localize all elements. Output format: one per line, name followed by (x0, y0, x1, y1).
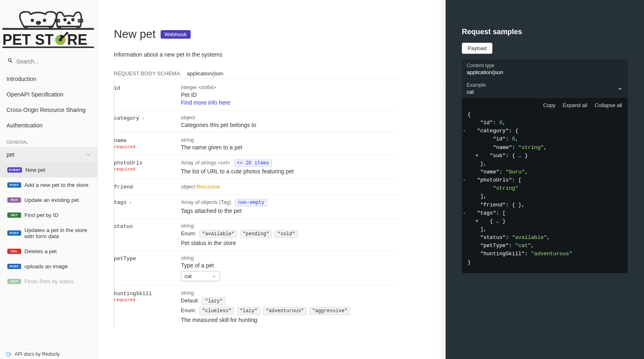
prop-row-category[interactable]: category › object Categories this pet be… (114, 110, 398, 133)
content-type-label: Content type (467, 63, 503, 68)
badge-post: POST (7, 182, 21, 188)
prop-desc: Pet ID (181, 92, 398, 98)
prop-row-status: status string Enum: "available" "pending… (114, 219, 398, 251)
prop-name: huntingSkill (114, 291, 152, 297)
collapse-toggle[interactable]: + (475, 217, 480, 225)
prop-desc: Type of a pet (181, 262, 398, 269)
nav-section-general: GENERAL (0, 133, 97, 147)
prop-type: object Recursive (181, 184, 220, 190)
nav-group-label: pet (7, 151, 14, 158)
nav-sub-find-pet[interactable]: GET Find pet by ID (0, 208, 97, 223)
nav-introduction[interactable]: Introduction (0, 71, 97, 87)
example-select[interactable]: Example cat (462, 79, 628, 98)
main-content: New pet Webhook Information about a new … (98, 0, 446, 359)
prop-desc: Tags attached to the pet (181, 208, 398, 214)
prop-name: category (114, 115, 139, 121)
prop-type: Array of strings <url> (181, 160, 230, 166)
prop-type: string (181, 223, 398, 229)
prop-link[interactable]: Find more info here (181, 99, 230, 106)
payload-tab[interactable]: Payload (462, 43, 492, 54)
prop-name: photoUrls (114, 160, 142, 166)
prop-name: name (114, 138, 126, 144)
prop-row-friend: friend object Recursive (114, 179, 398, 195)
prop-row-huntingskill: huntingSkill required string Default: "l… (114, 286, 398, 328)
collapse-toggle[interactable]: + (475, 152, 480, 160)
page-title: New pet (114, 28, 156, 40)
content-type-value: application/json (467, 69, 503, 75)
chevron-down-icon (86, 152, 91, 157)
enum-label: Enum: (181, 230, 196, 236)
collapse-toggle[interactable]: - (463, 176, 468, 184)
nav-sub-find-by-status[interactable]: GET Finds Pets by status (0, 274, 97, 289)
badge-get: GET (7, 212, 21, 218)
properties-table: id integer <int64> Pet ID Find more info… (114, 80, 398, 327)
badge-del: DEL (7, 249, 21, 254)
chevron-down-icon (617, 86, 623, 92)
nav-sub-update-pet[interactable]: PUT Update an existing pet (0, 193, 97, 208)
nav-group-pet[interactable]: pet (0, 147, 97, 162)
prop-desc: The name given to a pet (181, 144, 398, 151)
prop-row-pettype: petType string Type of a pet cat (114, 251, 398, 286)
logo: PET ST RE (0, 0, 97, 53)
search-input[interactable] (6, 56, 91, 67)
nav-sub-delete-pet[interactable]: DEL Deletes a pet (0, 244, 97, 259)
svg-point-2 (37, 22, 40, 24)
required-label: required (114, 144, 181, 149)
collapse-toggle[interactable]: - (463, 209, 468, 217)
prop-row-id: id integer <int64> Pet ID Find more info… (114, 80, 398, 110)
nav-cors[interactable]: Cross-Origin Resource Sharing (0, 102, 97, 118)
svg-text:PET ST: PET ST (2, 31, 54, 48)
enum-value: "pending" (240, 230, 272, 238)
schema-label: REQUEST BODY SCHEMA: (114, 70, 181, 77)
samples-header: Request samples (462, 28, 628, 36)
copy-button[interactable]: Copy (543, 102, 555, 108)
sidebar: PET ST RE Introduction OpenAPI Specifica… (0, 0, 98, 359)
badge-event: EVENT (7, 167, 22, 173)
enum-value: "adventurous" (263, 307, 307, 315)
search[interactable] (0, 53, 97, 71)
prop-desc: Categories this pet belongs to (181, 122, 398, 128)
sample-box: Content type application/json Example ca… (462, 59, 628, 273)
chevron-down-icon (211, 274, 216, 279)
nav-sub-label: Finds Pets by status (24, 278, 74, 285)
nav-openapi-spec[interactable]: OpenAPI Specification (0, 87, 97, 102)
default-label: Default: (181, 298, 199, 304)
powered-by[interactable]: API docs by Redocly (0, 349, 97, 359)
webhook-badge: Webhook (161, 30, 191, 39)
example-label: Example (467, 82, 486, 88)
enum-value: "available" (199, 230, 237, 238)
nav-list: Introduction OpenAPI Specification Cross… (0, 71, 97, 359)
chevron-right-icon: › (130, 200, 131, 205)
prop-type: string (181, 137, 398, 143)
prop-desc: Pet status in the store (181, 240, 398, 246)
svg-point-13 (8, 59, 11, 61)
nav-sub-new-pet[interactable]: EVENT New pet (0, 162, 97, 177)
badge-post: POST (7, 230, 21, 236)
enum-value: "sold" (274, 230, 298, 238)
recursive-badge: Recursive (196, 184, 220, 190)
nav-authentication[interactable]: Authentication (0, 118, 97, 133)
expand-all-button[interactable]: Expand all (563, 102, 587, 108)
collapse-all-button[interactable]: Collapse all (595, 102, 622, 108)
collapse-toggle[interactable]: - (463, 127, 468, 135)
svg-point-1 (44, 20, 46, 22)
samples-panel: Request samples Payload Content type app… (446, 0, 644, 359)
enum-value: "aggressive" (309, 307, 350, 315)
nav-sub-label: Find pet by ID (24, 212, 59, 218)
prop-type: integer <int64> (181, 84, 398, 90)
prop-row-tags[interactable]: tags › Array of objects (Tag) non-empty … (114, 195, 398, 219)
svg-line-14 (11, 61, 12, 62)
prop-row-photourls: photoUrls required Array of strings <url… (114, 155, 398, 179)
nav-sub-upload-image[interactable]: POST uploads an image (0, 259, 97, 274)
prop-name: tags (114, 199, 126, 206)
prop-name: petType (114, 256, 136, 262)
page-description: Information about a new pet in the syste… (114, 51, 398, 58)
nav-sub-update-form[interactable]: POST Updates a pet in the store with for… (0, 223, 97, 244)
nav-sub-add-pet[interactable]: POST Add a new pet to the store (0, 177, 97, 193)
prop-name: friend (114, 184, 133, 190)
badge-post: POST (7, 264, 21, 269)
constraint-badge: non-empty (235, 199, 267, 206)
prop-desc: The list of URL to a cute photos featuri… (181, 168, 398, 175)
pettype-select[interactable]: cat (181, 271, 220, 281)
prop-type: object (181, 114, 398, 120)
